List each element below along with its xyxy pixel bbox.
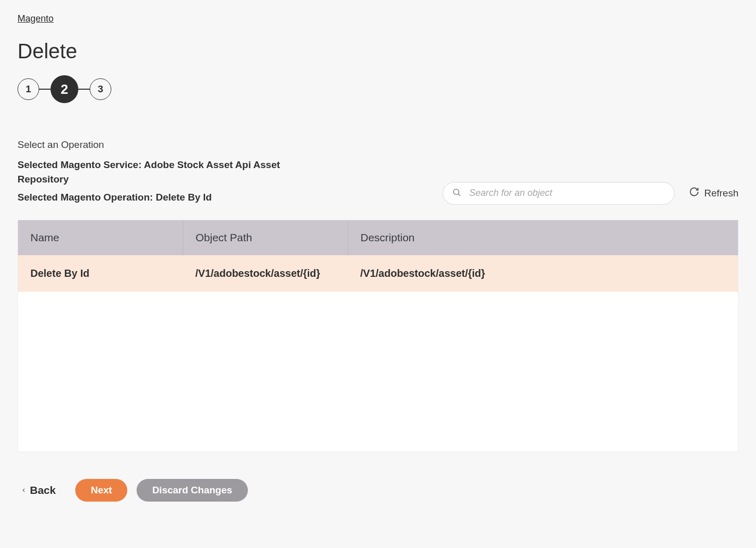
- refresh-label: Refresh: [704, 188, 738, 199]
- selected-info: Selected Magento Service: Adobe Stock As…: [18, 158, 306, 205]
- selected-operation: Selected Magento Operation: Delete By Id: [18, 190, 306, 205]
- col-header-name[interactable]: Name: [18, 220, 183, 255]
- step-1[interactable]: 1: [18, 78, 39, 100]
- breadcrumb-magento[interactable]: Magento: [18, 13, 54, 24]
- back-button[interactable]: Back: [18, 481, 59, 500]
- refresh-icon: [689, 187, 699, 200]
- section-label: Select an Operation: [18, 139, 738, 151]
- stepper: 1 2 3: [18, 75, 738, 103]
- page-title: Delete: [18, 40, 738, 63]
- step-2[interactable]: 2: [51, 75, 78, 103]
- col-header-description[interactable]: Description: [348, 220, 738, 255]
- selected-operation-value: Delete By Id: [156, 192, 212, 203]
- table-header-row: Name Object Path Description: [18, 220, 738, 255]
- cell-name: Delete By Id: [18, 255, 183, 292]
- next-button[interactable]: Next: [75, 479, 127, 502]
- operations-table: Name Object Path Description Delete By I…: [18, 220, 738, 292]
- table-row[interactable]: Delete By Id /V1/adobestock/asset/{id} /…: [18, 255, 738, 292]
- search-box: [443, 182, 675, 205]
- chevron-left-icon: [21, 484, 27, 496]
- discard-changes-button[interactable]: Discard Changes: [137, 479, 247, 502]
- selected-operation-label: Selected Magento Operation:: [18, 192, 156, 203]
- selected-service: Selected Magento Service: Adobe Stock As…: [18, 158, 306, 186]
- cell-description: /V1/adobestock/asset/{id}: [348, 255, 738, 292]
- col-header-object-path[interactable]: Object Path: [183, 220, 348, 255]
- footer-actions: Back Next Discard Changes: [18, 479, 738, 502]
- step-connector: [39, 89, 51, 90]
- selected-service-label: Selected Magento Service:: [18, 159, 144, 170]
- back-label: Back: [30, 484, 56, 496]
- step-3[interactable]: 3: [90, 78, 111, 100]
- operations-table-wrap: Name Object Path Description Delete By I…: [18, 220, 738, 452]
- refresh-button[interactable]: Refresh: [689, 187, 738, 200]
- search-input[interactable]: [443, 182, 675, 205]
- cell-object-path: /V1/adobestock/asset/{id}: [183, 255, 348, 292]
- step-connector: [78, 89, 90, 90]
